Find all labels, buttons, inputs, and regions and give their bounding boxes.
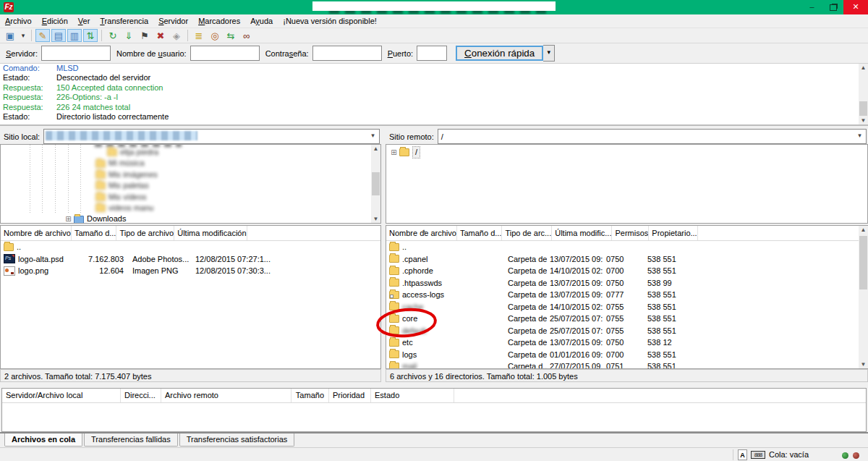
toolbar-button[interactable]: ⇆ <box>224 29 238 42</box>
tree-item[interactable]: Mi música <box>1 158 380 169</box>
column-header[interactable]: Permisos <box>612 226 649 240</box>
column-header[interactable]: Tamaño d... <box>72 226 116 240</box>
column-header[interactable]: Estado <box>371 389 454 402</box>
toolbar-button[interactable]: ⇅ <box>83 29 98 42</box>
scroll-up-icon[interactable]: ▲ <box>859 64 868 72</box>
username-input[interactable] <box>190 46 260 61</box>
tree-item[interactable]: elija piedra <box>1 147 380 158</box>
local-file-list[interactable]: ▴ Nombre de archivo Tamaño d... Tipo de … <box>0 225 381 369</box>
column-header[interactable]: Tamaño d... <box>457 226 502 240</box>
menu-item[interactable]: ¡Nueva versión disponible! <box>278 14 382 28</box>
local-directory-tree[interactable]: elija piedra Mi música Mis imágenes <box>0 144 381 224</box>
tree-item[interactable]: videos manu <box>1 203 380 213</box>
port-input[interactable] <box>417 46 447 61</box>
toolbar-button[interactable]: ∞ <box>239 29 254 42</box>
transfer-queue[interactable]: Servidor/Archivo local Direcci... Archiv… <box>1 388 867 432</box>
column-header[interactable]: Tipo de arc... <box>502 226 552 240</box>
tree-item[interactable]: Mis paletas <box>1 180 380 191</box>
queue-tab[interactable]: Archivos en cola <box>4 433 82 447</box>
tree-item[interactable]: Mis vídeos <box>1 192 380 203</box>
column-header[interactable]: Direcci... <box>121 389 161 402</box>
toolbar-button[interactable] <box>101 30 102 41</box>
column-header[interactable]: Prioridad <box>329 389 371 402</box>
toolbar-button[interactable] <box>31 30 32 41</box>
file-row[interactable]: access-logs Carpeta de... 13/07/2015 09:… <box>386 289 867 301</box>
tree-item[interactable]: ⊞ Downloads <box>1 213 380 224</box>
scroll-up-icon[interactable]: ▲ <box>859 226 868 234</box>
menu-item[interactable]: Ver <box>73 14 95 28</box>
queue-tab[interactable]: Transferencias satisfactorias <box>179 433 295 447</box>
restore-button[interactable] <box>822 0 843 14</box>
column-header[interactable]: Última modific... <box>552 226 612 240</box>
chevron-down-icon[interactable]: ▾ <box>854 130 865 141</box>
toolbar-button[interactable]: ▤ <box>51 29 66 42</box>
file-row[interactable]: .. <box>1 241 380 253</box>
minimize-button[interactable]: – <box>801 0 822 14</box>
column-header[interactable]: Última modificación <box>174 226 247 240</box>
file-row[interactable]: core Carpeta de... 25/07/2015 07:... 075… <box>386 313 867 325</box>
column-header[interactable]: Archivo remoto <box>161 389 292 402</box>
toolbar-button[interactable]: ◎ <box>208 29 222 42</box>
toolbar-button[interactable]: ⇓ <box>122 29 136 42</box>
menu-item[interactable]: Edición <box>37 14 73 28</box>
message-log[interactable]: Comando: MLSD Estado: Desconectado del s… <box>0 64 868 126</box>
toolbar-button[interactable]: ↻ <box>106 29 120 42</box>
chevron-down-icon[interactable]: ▾ <box>367 130 378 141</box>
local-tree-scrollbar[interactable]: ▲ ▼ <box>371 145 380 223</box>
titlebar[interactable]: Fz – ✕ <box>0 0 868 14</box>
scroll-down-icon[interactable]: ▼ <box>859 117 868 124</box>
file-row[interactable]: .cpanel Carpeta de... 13/07/2015 09:... … <box>386 253 867 266</box>
scroll-up-icon[interactable]: ▲ <box>371 145 380 153</box>
quickconnect-dropdown[interactable]: ▾ <box>543 45 555 62</box>
file-row[interactable]: logo-alta.psd 7.162.803 Adobe Photos... … <box>1 253 380 266</box>
quickconnect-button[interactable]: Conexión rápida <box>456 46 543 61</box>
close-button[interactable]: ✕ <box>843 0 868 14</box>
log-scrollbar[interactable]: ▲ ▼ <box>859 64 868 124</box>
remote-list-scrollbar[interactable]: ▲ ▼ <box>859 226 868 368</box>
scroll-down-icon[interactable]: ▼ <box>371 215 380 223</box>
toolbar-button[interactable]: ⚑ <box>137 29 152 42</box>
column-header[interactable]: Tamaño <box>292 389 329 402</box>
toolbar-button[interactable]: ▾ <box>19 29 27 42</box>
password-input[interactable] <box>312 46 382 61</box>
toolbar-button[interactable]: ◈ <box>169 29 184 42</box>
menu-item[interactable]: Marcadores <box>193 14 245 28</box>
remote-file-list[interactable]: ▴ Nombre de archivo Tamaño d... Tipo de … <box>386 225 868 369</box>
local-site-combo[interactable]: ▾ <box>43 129 380 144</box>
file-row[interactable]: mail Carpeta d... 27/07/2015 09... 0751 … <box>386 360 867 369</box>
speed-limit-indicator-icon[interactable]: 888 <box>751 451 765 459</box>
column-header[interactable]: Tipo de archivo <box>116 226 174 240</box>
file-row[interactable]: etc Carpeta de... 13/07/2015 09:... 0750… <box>386 337 867 349</box>
remote-directory-tree[interactable]: ⊞ / <box>386 144 868 224</box>
menu-item[interactable]: Ayuda <box>245 14 278 28</box>
file-row[interactable]: logs Carpeta de... 01/01/2016 09:... 070… <box>386 349 867 361</box>
expand-icon[interactable]: ⊞ <box>64 213 72 224</box>
file-row[interactable]: .htpasswds Carpeta de... 13/07/2015 09:.… <box>386 277 867 289</box>
server-input[interactable] <box>41 46 111 61</box>
toolbar-button[interactable]: ✖ <box>153 29 168 42</box>
expand-icon[interactable]: ⊞ <box>390 147 398 158</box>
tree-item-root[interactable]: ⊞ / <box>386 145 867 158</box>
file-row[interactable]: .. <box>386 241 867 253</box>
file-row[interactable]: .cphorde Carpeta de... 14/10/2015 02:...… <box>386 265 867 277</box>
toolbar-button[interactable]: ▥ <box>67 29 82 42</box>
column-header[interactable]: Nombre de archivo <box>1 226 72 240</box>
toolbar-button[interactable]: ≣ <box>192 29 206 42</box>
file-row[interactable]: logo.png 12.604 Imagen PNG 12/08/2015 07… <box>1 265 380 277</box>
toolbar-button[interactable]: ▣ <box>3 29 17 42</box>
transfer-type-indicator-icon[interactable]: A <box>738 449 747 460</box>
menu-item[interactable]: Archivo <box>0 14 37 28</box>
tree-item[interactable]: Mis imágenes <box>1 169 380 180</box>
scroll-down-icon[interactable]: ▼ <box>859 360 868 368</box>
queue-tab[interactable]: Transferencias fallidas <box>84 433 178 447</box>
file-row[interactable]: cache Carpeta de... 14/10/2015 02:... 07… <box>386 301 867 313</box>
column-header[interactable]: Nombre de archivo <box>386 226 457 240</box>
file-row[interactable]: default Carpeta de... 25/07/2015 07:... … <box>386 325 867 337</box>
column-header[interactable]: Servidor/Archivo local <box>2 389 121 402</box>
column-header[interactable]: Propietario... <box>649 226 697 240</box>
menu-item[interactable]: Transferencia <box>95 14 153 28</box>
toolbar-button[interactable] <box>187 30 188 41</box>
toolbar-button[interactable]: ✎ <box>35 29 50 42</box>
menu-item[interactable]: Servidor <box>153 14 193 28</box>
remote-site-combo[interactable]: / ▾ <box>438 129 867 144</box>
